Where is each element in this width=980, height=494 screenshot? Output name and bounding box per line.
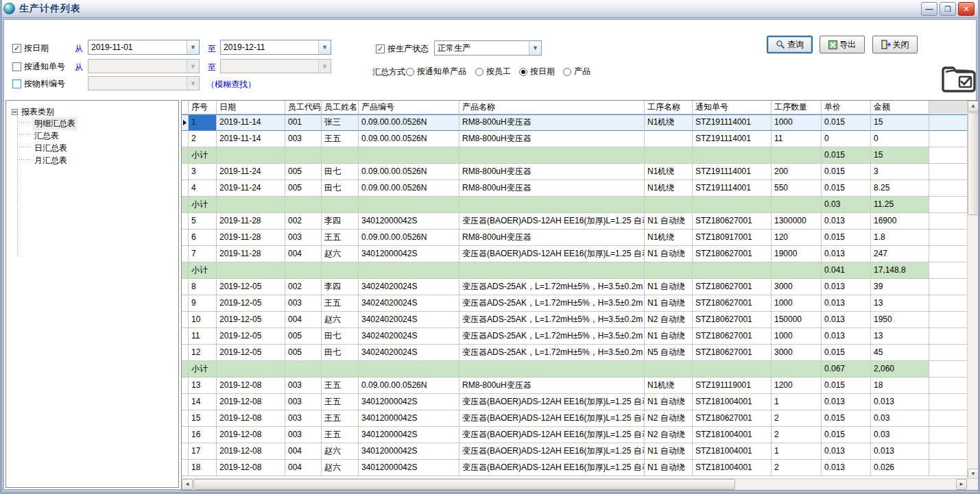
grid-cell[interactable]: 0.013	[822, 328, 871, 345]
grid-cell[interactable]: N2 自动绕	[645, 427, 693, 443]
grid-cell[interactable]: N1机绕	[645, 114, 693, 131]
radio-by-date[interactable]: 按日期	[519, 66, 555, 77]
grid-cell[interactable]: 3000	[772, 345, 822, 361]
column-header[interactable]: 产品名称	[459, 101, 645, 114]
table-row[interactable]: 62019-11-28003王五0.09.00.00.0526NRM8-800u…	[182, 230, 967, 246]
chevron-down-icon[interactable]: ▼	[187, 40, 199, 54]
grid-cell[interactable]: STZ191114001	[693, 131, 772, 147]
grid-cell[interactable]: RM8-800uH变压器	[459, 164, 645, 180]
date-to-combo[interactable]: 2019-12-11 ▼	[220, 40, 331, 55]
radio-by-employee[interactable]: 按员工	[475, 66, 511, 77]
radio-icon[interactable]	[563, 68, 571, 76]
grid-cell[interactable]: 15	[871, 114, 929, 131]
by-status-checkbox[interactable]	[376, 45, 385, 53]
grid-cell[interactable]: 003	[285, 427, 322, 443]
grid-cell[interactable]: 变压器(BAOER)ADS-12AH EE16(加厚)L=1.25 自动绕	[459, 410, 645, 427]
grid-cell[interactable]: N1 自动绕	[645, 213, 693, 230]
grid-cell[interactable]: 0.09.00.00.0526N	[359, 180, 459, 197]
grid-cell[interactable]: 0.013	[822, 295, 871, 312]
grid-cell[interactable]: 550	[772, 180, 822, 197]
grid-cell[interactable]	[359, 147, 459, 164]
table-row[interactable]: 32019-11-24005田七0.09.00.00.0526NRM8-800u…	[182, 164, 967, 180]
grid-cell[interactable]: 0.015	[822, 427, 871, 443]
collapse-icon[interactable]	[12, 109, 18, 115]
grid-cell[interactable]: 34024020024S	[359, 345, 459, 361]
grid-cell[interactable]: STZ180627001	[693, 312, 772, 328]
grid-cell[interactable]: RM8-800uH变压器	[459, 230, 645, 246]
grid-cell[interactable]: 005	[285, 345, 322, 361]
grid-cell[interactable]: 1000	[772, 114, 822, 131]
grid-cell[interactable]: 2	[772, 410, 822, 427]
grid-cell[interactable]: 变压器ADS-25AK，L=1.72mH±5%，H=3.5±0.2m	[459, 312, 645, 328]
grid-cell[interactable]: RM8-800uH变压器	[459, 180, 645, 197]
grid-cell[interactable]: N1 自动绕	[645, 246, 693, 262]
grid-cell[interactable]: 4	[189, 180, 217, 197]
grid-cell[interactable]: 005	[285, 164, 322, 180]
column-header[interactable]: 员工代码	[285, 101, 322, 114]
grid-cell[interactable]: 李四	[322, 279, 359, 295]
grid-cell[interactable]: 005	[285, 180, 322, 197]
tree-item-daily-summary[interactable]: 日汇总表	[32, 142, 69, 155]
close-window-button[interactable]: ✕	[958, 2, 975, 16]
grid-cell[interactable]: 小计	[189, 147, 217, 164]
grid-cell[interactable]: 45	[871, 345, 929, 361]
column-header[interactable]: 序号	[189, 101, 217, 114]
grid-cell[interactable]: 17,148.8	[871, 262, 929, 279]
grid-cell[interactable]: STZ180627001	[693, 213, 772, 230]
grid-cell[interactable]	[322, 147, 359, 164]
column-header[interactable]: 工序名称	[645, 101, 693, 114]
grid-cell[interactable]: 12	[189, 345, 217, 361]
grid-cell[interactable]: STZ191119001	[693, 378, 772, 394]
grid-cell[interactable]: 王五	[322, 394, 359, 410]
grid-cell[interactable]: 10	[189, 312, 217, 328]
column-header[interactable]: 产品编号	[359, 101, 459, 114]
grid-cell[interactable]: 003	[285, 131, 322, 147]
grid-cell[interactable]: N1 自动绕	[645, 279, 693, 295]
grid-cell[interactable]	[459, 147, 645, 164]
grid-cell[interactable]: N2 自动绕	[645, 312, 693, 328]
grid-cell[interactable]: 2019-12-08	[217, 394, 285, 410]
grid-cell[interactable]: 004	[285, 460, 322, 476]
grid-cell[interactable]: 0.013	[871, 394, 929, 410]
subtotal-row[interactable]: 小计0.04117,148.8	[182, 262, 967, 279]
grid-cell[interactable]	[772, 147, 822, 164]
grid-cell[interactable]	[693, 147, 772, 164]
column-header[interactable]: 金额	[871, 101, 929, 114]
grid-cell[interactable]: 1000	[772, 328, 822, 345]
grid-cell[interactable]: STZ180627001	[693, 345, 772, 361]
grid-cell[interactable]	[285, 197, 322, 213]
grid-cell[interactable]	[359, 197, 459, 213]
grid-cell[interactable]: 1	[189, 114, 217, 131]
grid-cell[interactable]: 0.09.00.00.0526N	[359, 378, 459, 394]
grid-cell[interactable]: N1机绕	[645, 164, 693, 180]
grid-cell[interactable]: 34012000042S	[359, 427, 459, 443]
grid-cell[interactable]: N1机绕	[645, 180, 693, 197]
grid-cell[interactable]: 变压器(BAOER)ADS-12AH EE16(加厚)L=1.25 自动绕	[459, 213, 645, 230]
grid-cell[interactable]: 9	[189, 295, 217, 312]
grid-cell[interactable]	[285, 361, 322, 378]
grid-cell[interactable]: 变压器ADS-25AK，L=1.72mH±5%，H=3.5±0.2m	[459, 295, 645, 312]
grid-cell[interactable]: 18	[871, 378, 929, 394]
query-button[interactable]: 查询	[767, 36, 813, 53]
grid-cell[interactable]: 1300000	[772, 213, 822, 230]
grid-cell[interactable]: STZ180627001	[693, 279, 772, 295]
grid-cell[interactable]: 14	[189, 394, 217, 410]
grid-cell[interactable]	[645, 131, 693, 147]
grid-cell[interactable]: 5	[189, 213, 217, 230]
column-header[interactable]: 日期	[217, 101, 285, 114]
grid-cell[interactable]	[322, 361, 359, 378]
grid-cell[interactable]	[322, 262, 359, 279]
radio-icon[interactable]	[519, 68, 527, 76]
grid-cell[interactable]: 34024020024S	[359, 328, 459, 345]
grid-cell[interactable]	[217, 147, 285, 164]
grid-cell[interactable]: 001	[285, 114, 322, 131]
grid-cell[interactable]: 2	[189, 131, 217, 147]
grid-cell[interactable]: STZ181004001	[693, 443, 772, 460]
grid-cell[interactable]: 0.03	[871, 427, 929, 443]
grid-cell[interactable]: 2019-12-08	[217, 460, 285, 476]
grid-cell[interactable]: 赵六	[322, 443, 359, 460]
grid-cell[interactable]: 2,060	[871, 361, 929, 378]
grid-cell[interactable]: 34024020024S	[359, 312, 459, 328]
horizontal-scrollbar[interactable]: ◄ ►	[182, 478, 979, 490]
column-header[interactable]: 员工姓名	[322, 101, 359, 114]
